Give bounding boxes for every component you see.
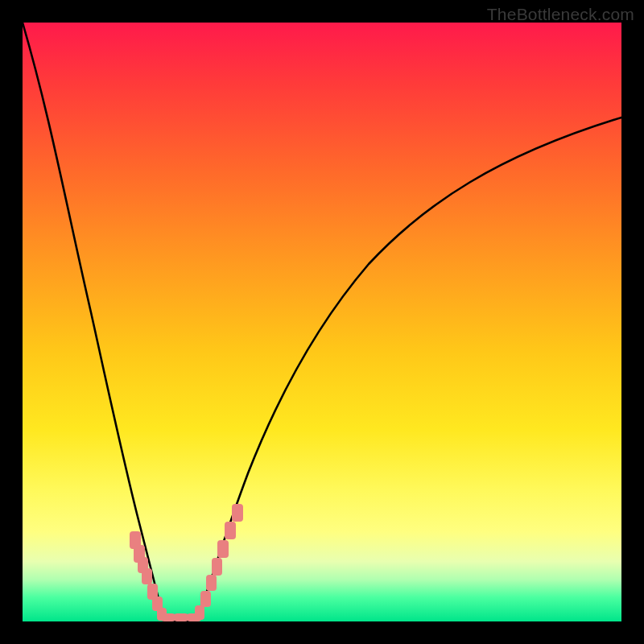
marker-cluster-right bbox=[195, 504, 243, 620]
svg-rect-14 bbox=[161, 613, 175, 621]
marker-cluster-left bbox=[130, 531, 167, 621]
curve-layer bbox=[23, 23, 621, 621]
curve-right-branch bbox=[196, 118, 621, 621]
watermark-text: TheBottleneck.com bbox=[487, 5, 634, 24]
svg-rect-10 bbox=[212, 558, 222, 576]
svg-rect-9 bbox=[206, 575, 217, 591]
curve-left-branch bbox=[23, 23, 164, 621]
svg-rect-3 bbox=[142, 568, 152, 584]
svg-rect-16 bbox=[187, 613, 201, 621]
chart-canvas: TheBottleneck.com bbox=[0, 0, 644, 644]
svg-rect-15 bbox=[174, 613, 188, 621]
plot-area bbox=[23, 23, 621, 621]
svg-rect-13 bbox=[232, 504, 243, 522]
svg-rect-11 bbox=[217, 540, 229, 558]
marker-cluster-floor bbox=[161, 613, 201, 621]
svg-rect-12 bbox=[225, 522, 236, 539]
svg-rect-8 bbox=[200, 591, 211, 607]
